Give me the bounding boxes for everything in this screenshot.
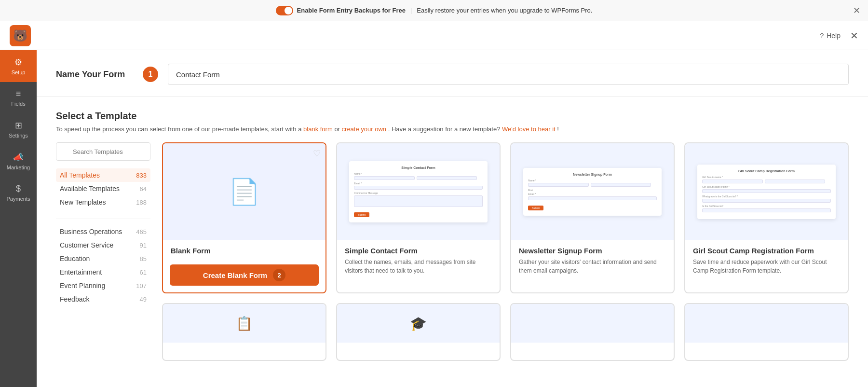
partial-preview-3 [511,304,674,343]
sidebar-item-settings[interactable]: ⊞ Settings [0,113,37,145]
filter-business[interactable]: Business Operations 465 [56,225,150,238]
hear-it-end: ! [557,125,559,133]
setup-icon: ⚙ [14,57,22,68]
select-template-title: Select a Template [56,111,849,122]
blank-form-info: Blank Form [163,240,326,264]
filter-available-count: 64 [140,185,147,193]
filter-event-label: Event Planning [60,282,105,290]
select-template-desc: To speed up the process you can select f… [56,125,849,133]
partial-cards-grid: 📋 🎓 [162,303,849,361]
help-button[interactable]: ? Help [820,32,841,40]
template-card-blank[interactable]: ♡ 📄 Blank Form Create Blank Form 2 [162,142,326,293]
close-button[interactable]: ✕ [850,30,858,41]
filter-customer-service-count: 91 [140,242,147,249]
filter-available-label: Available Templates [60,185,120,193]
blank-form-link[interactable]: blank form [303,125,333,133]
girl-scout-mini-form: Girl Scout Camp Registration Form Girl S… [697,165,835,219]
blank-form-favorite-button[interactable]: ♡ [313,148,321,159]
templates-grid: ♡ 📄 Blank Form Create Blank Form 2 [162,142,849,293]
filter-available-templates[interactable]: Available Templates 64 [56,182,150,195]
mini-form-title-newsletter: Newsletter Signup Form [528,173,656,176]
partial-card-1[interactable]: 📋 [162,303,326,361]
sidebar-item-marketing[interactable]: 📣 Marketing [0,145,37,177]
blank-form-preview: ♡ 📄 [163,143,326,240]
filter-event-planning[interactable]: Event Planning 107 [56,279,150,292]
filter-business-count: 465 [136,228,147,235]
girl-scout-info: Girl Scout Camp Registration Form Save t… [685,240,848,282]
create-blank-form-button[interactable]: Create Blank Form 2 [170,264,319,286]
blank-form-icon: 📄 [229,177,260,207]
filter-entertainment-label: Entertainment [60,268,102,276]
filter-new-count: 188 [136,199,147,206]
mini-submit-newsletter: Submit [528,206,543,210]
simple-contact-mini-form: Simple Contact Form Name * Email * Comme… [349,161,487,222]
newsletter-desc: Gather your site visitors' contact infor… [519,258,666,275]
sidebar-item-fields[interactable]: ≡ Fields [0,82,37,113]
help-icon: ? [820,32,824,40]
filter-education-label: Education [60,255,90,263]
girl-scout-desc: Save time and reduce paperwork with our … [693,258,840,275]
filter-all-templates[interactable]: All Templates 833 [56,168,150,182]
newsletter-preview: Newsletter Signup Form Name * First Emai… [511,143,674,240]
template-type-filters: All Templates 833 Available Templates 64… [56,168,150,209]
notification-enable-text: Enable Form Entry Backups for Free [297,7,406,14]
sidebar-item-setup[interactable]: ⚙ Setup [0,50,37,82]
notification-description: Easily restore your entries when you upg… [417,7,592,14]
filter-all-label: All Templates [60,171,100,179]
app-header: 🐻 ? Help ✕ [0,21,868,50]
header-right: ? Help ✕ [820,30,858,41]
sidebar-label-settings: Settings [9,133,28,138]
select-template-section: Select a Template To speed up the proces… [37,97,868,142]
template-search-input[interactable] [56,142,150,161]
category-filters: Business Operations 465 Customer Service… [56,225,150,306]
create-own-link[interactable]: create your own [342,125,387,133]
filter-feedback-label: Feedback [60,295,89,303]
mini-form-title-contact: Simple Contact Form [354,166,482,169]
filter-education[interactable]: Education 85 [56,252,150,265]
entry-backup-toggle[interactable] [276,6,293,15]
step-2-badge: 2 [273,269,285,281]
sidebar-label-payments: Payments [7,196,30,202]
name-form-label: Name Your Form [56,69,133,80]
name-form-section: Name Your Form 1 [37,50,868,97]
partial-card-3[interactable] [510,303,675,361]
partial-icon-1: 📋 [236,316,253,332]
select-desc-text: To speed up the process you can select f… [56,125,301,133]
partial-card-2[interactable]: 🎓 [336,303,501,361]
blank-form-name: Blank Form [171,247,318,255]
template-card-simple-contact[interactable]: Simple Contact Form Name * Email * Comme… [336,142,501,293]
template-card-newsletter[interactable]: Newsletter Signup Form Name * First Emai… [510,142,675,293]
notification-bar: Enable Form Entry Backups for Free | Eas… [0,0,868,21]
girl-scout-preview: Girl Scout Camp Registration Form Girl S… [685,143,848,240]
notification-close-button[interactable]: ✕ [853,5,860,16]
suggestion-text: . Have a suggestion for a new template? [388,125,501,133]
simple-contact-desc: Collect the names, emails, and messages … [345,258,492,275]
filter-customer-service[interactable]: Customer Service 91 [56,238,150,252]
filter-all-count: 833 [136,172,147,179]
filter-feedback-count: 49 [140,296,147,303]
newsletter-mini-form: Newsletter Signup Form Name * First Emai… [523,168,661,216]
sidebar-item-payments[interactable]: $ Payments [0,177,37,208]
simple-contact-name: Simple Contact Form [345,247,492,255]
partial-preview-4 [685,304,848,343]
template-card-girl-scout[interactable]: Girl Scout Camp Registration Form Girl S… [684,142,849,293]
filters-sidebar: 🔍 All Templates 833 Available Templates … [56,142,162,361]
filter-new-templates[interactable]: New Templates 188 [56,195,150,209]
filter-entertainment[interactable]: Entertainment 61 [56,265,150,279]
create-blank-label: Create Blank Form [203,271,267,279]
settings-icon: ⊞ [15,120,22,131]
sidebar: ⚙ Setup ≡ Fields ⊞ Settings 📣 Marketing … [0,50,37,387]
mini-submit-contact: Submit [354,212,369,217]
search-wrapper: 🔍 [56,142,150,161]
girl-scout-name: Girl Scout Camp Registration Form [693,247,840,255]
sidebar-label-setup: Setup [12,69,26,75]
form-name-input[interactable] [168,64,849,85]
filter-feedback[interactable]: Feedback 49 [56,292,150,306]
hear-it-link[interactable]: We'd love to hear it [502,125,556,133]
app-logo: 🐻 [10,25,31,46]
content-area: Name Your Form 1 Select a Template To sp… [37,50,868,387]
sidebar-label-fields: Fields [11,101,25,107]
template-browser: 🔍 All Templates 833 Available Templates … [37,142,868,380]
partial-card-4[interactable] [684,303,849,361]
notification-separator: | [410,7,412,14]
